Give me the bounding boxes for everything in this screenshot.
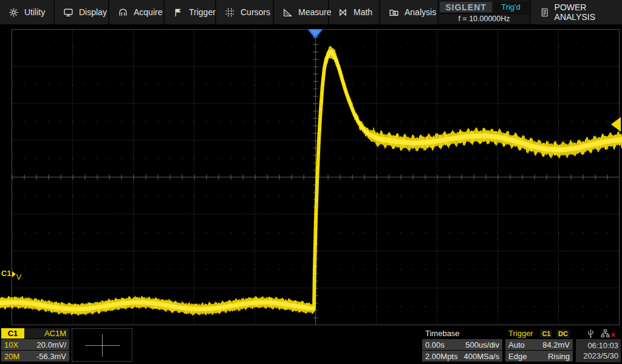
channel-offset-label: C1 (1, 269, 12, 277)
channel1-panel[interactable]: C1 AC1M 10X 20.0mV/ 20M -56.3mV (1, 328, 69, 362)
channel1-badge[interactable]: C1 (1, 328, 24, 339)
channel1-probe: 10X (4, 340, 18, 349)
trigger-coupling-chip: DC (556, 329, 570, 338)
channel1-bandwidth: 20M (4, 352, 19, 361)
trigger-position-marker[interactable] (307, 29, 323, 39)
usb-icon (587, 329, 595, 338)
timebase-points: 2.00Mpts (425, 352, 457, 361)
oscilloscope-screen: Utility Display Acquire (0, 0, 622, 364)
timebase-delay: 0.00s (425, 340, 445, 349)
timebase-panel[interactable]: Timebase 0.00s 500us/div 2.00Mpts 400MSa… (422, 328, 502, 362)
trigger-source-chip: C1 (540, 329, 552, 338)
channel1-coupling: AC1M (24, 328, 69, 339)
network-disconnected-icon: ✕ (610, 332, 616, 338)
timebase-title: Timebase (425, 329, 460, 338)
channel-offset-arrow-icon (12, 271, 16, 277)
system-date: 2023/5/30 (578, 351, 618, 361)
trigger-title: Trigger (508, 329, 533, 338)
crosshair-icon (102, 334, 103, 357)
trigger-level: 84.2mV (542, 340, 570, 349)
bottom-bar: C1 AC1M 10X 20.0mV/ 20M -56.3mV Timebase… (0, 328, 622, 364)
trigger-slope: Rising (548, 352, 570, 361)
trigger-mode: Auto (508, 340, 525, 349)
timebase-sample-rate: 400MSa/s (463, 352, 499, 361)
crosshair-icon (85, 345, 120, 346)
network-icon (601, 329, 610, 338)
waveform-trace-c1 (0, 0, 622, 364)
channel-offset-marker[interactable]: C1 V (1, 269, 21, 277)
channel1-offset: -56.3mV (36, 352, 66, 361)
system-status-panel: ✕ 06:10:03 2023/5/30 (576, 328, 621, 362)
system-time: 06:10:03 (578, 340, 618, 351)
trigger-level-marker[interactable] (611, 117, 621, 132)
channel1-scale: 20.0mV/ (37, 340, 66, 349)
channel-offset-unit: V (16, 273, 22, 281)
trigger-type: Edge (508, 352, 527, 361)
timebase-scale: 500us/div (465, 340, 499, 349)
channel-placeholder-slot[interactable] (72, 328, 132, 362)
trigger-panel[interactable]: Trigger C1 DC Auto 84.2mV Edge Rising (505, 328, 573, 362)
